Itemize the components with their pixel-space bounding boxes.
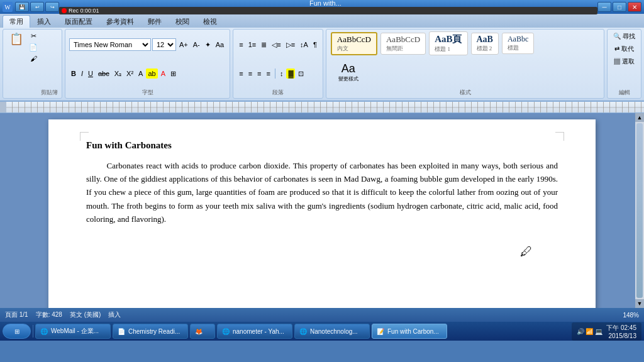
- horizontal-ruler: [0, 102, 644, 113]
- word-count: 字數: 428: [36, 310, 62, 319]
- editing-group: 🔍 尋找 ⇄ 取代 ▦ 選取 編輯: [607, 29, 641, 99]
- tab-home[interactable]: 常用: [3, 15, 30, 28]
- redo-quick-btn[interactable]: ↪: [45, 2, 59, 12]
- strikethrough-button[interactable]: abc: [96, 69, 111, 79]
- highlight-button[interactable]: ab: [146, 69, 157, 79]
- bold-button[interactable]: B: [69, 69, 78, 79]
- align-right-button[interactable]: ≡: [255, 69, 263, 79]
- taskbar-nano1-label: nanometer - Yah...: [233, 328, 284, 335]
- change-styles-button[interactable]: Aa 變更樣式: [333, 57, 364, 87]
- superscript-button[interactable]: X²: [125, 69, 135, 79]
- taskbar-chem-label: Chemistry Readi...: [128, 328, 180, 335]
- shading-button[interactable]: ▓: [286, 69, 295, 79]
- insert-mode: 插入: [108, 310, 121, 319]
- font-group: Times New Roman 12 A+ A- ✦ Aa B I U abc …: [65, 29, 230, 99]
- ie-icon: 🌐: [40, 327, 48, 336]
- rec-indicator: [62, 8, 67, 13]
- vertical-scrollbar[interactable]: ▲ ▼: [635, 113, 644, 308]
- tab-mailings[interactable]: 郵件: [141, 15, 169, 28]
- nano2-icon: 🌐: [299, 327, 308, 336]
- cut-button[interactable]: ✂: [27, 31, 40, 41]
- editing-label: 編輯: [611, 89, 637, 97]
- top-right-margin-mark: [555, 132, 564, 141]
- taskbar-ie[interactable]: 🌐 WebMail - 企業...: [35, 324, 111, 339]
- borders-button[interactable]: ⊡: [296, 69, 306, 79]
- replace-button[interactable]: ⇄ 取代: [613, 43, 636, 55]
- quick-access-toolbar: 💾 ↩ ↪: [15, 2, 59, 12]
- copy-button[interactable]: 📄: [27, 42, 40, 53]
- subscript-button[interactable]: X₂: [113, 69, 123, 79]
- taskbar-nano1[interactable]: 🌐 nanometer - Yah...: [217, 324, 292, 339]
- system-tray: 🔊 📶 💻 下午 02:45 2015/8/13: [572, 322, 641, 341]
- close-button[interactable]: ✕: [628, 2, 641, 12]
- ff-icon: 🦊: [194, 327, 203, 336]
- zoom-level: 148%: [623, 312, 639, 319]
- align-left-button[interactable]: ≡: [237, 69, 245, 79]
- border-button[interactable]: ⊞: [169, 69, 178, 79]
- numbering-button[interactable]: 1≡: [247, 40, 258, 50]
- taskbar-chem[interactable]: 📄 Chemistry Readi...: [113, 324, 188, 339]
- select-button[interactable]: ▦ 選取: [612, 56, 636, 67]
- bullets-button[interactable]: ≡: [237, 40, 245, 50]
- cursor: 🖊: [520, 242, 533, 261]
- increase-indent-button[interactable]: ▷≡: [284, 40, 297, 50]
- tray-icons: 🔊 📶 💻: [577, 328, 603, 335]
- undo-quick-btn[interactable]: ↩: [30, 2, 44, 12]
- start-button[interactable]: ⊞: [3, 324, 31, 339]
- multilevel-button[interactable]: ≣: [259, 40, 269, 50]
- font-size-select[interactable]: 12: [152, 38, 176, 51]
- underline-button[interactable]: U: [86, 69, 95, 79]
- title-bar-left: W 💾 ↩ ↪: [3, 2, 59, 12]
- chem-icon: 📄: [117, 327, 126, 336]
- text-effect-button[interactable]: A: [136, 69, 145, 79]
- tab-insert[interactable]: 插入: [30, 15, 58, 28]
- styles-label: 樣式: [330, 89, 600, 97]
- top-left-margin-mark: [80, 132, 89, 141]
- title-bar: W 💾 ↩ ↪ Fun with... Rec 0:00:01 ─ □ ✕: [0, 0, 644, 14]
- nano1-icon: 🌐: [221, 327, 230, 336]
- document-body[interactable]: Carbonates react with acids to produce c…: [86, 159, 558, 226]
- italic-button[interactable]: I: [79, 69, 85, 79]
- style-heading1[interactable]: AaB頁 標題 1: [429, 31, 467, 55]
- style-normal[interactable]: AaBbCcD 內文: [331, 32, 377, 55]
- taskbar-separator: [33, 325, 33, 337]
- tab-review[interactable]: 校閱: [169, 15, 196, 28]
- tab-view[interactable]: 檢視: [196, 15, 224, 28]
- clear-format-button[interactable]: ✦: [203, 40, 213, 50]
- clipboard-group: 📋 ✂ 📄 🖌 剪貼簿: [3, 29, 62, 99]
- center-button[interactable]: ≡: [247, 69, 254, 79]
- justify-button[interactable]: ≡: [265, 69, 272, 79]
- line-spacing-button[interactable]: ↕: [278, 69, 286, 79]
- style-heading[interactable]: AaBbc 標題: [502, 33, 534, 54]
- taskbar-nano2[interactable]: 🌐 Nanotechnolog...: [294, 324, 370, 339]
- separator: [275, 69, 275, 79]
- paste-button[interactable]: 📋: [7, 31, 26, 47]
- paragraph-label: 段落: [237, 89, 319, 97]
- save-quick-btn[interactable]: 💾: [15, 2, 29, 12]
- taskbar-nano2-label: Nanotechnolog...: [310, 328, 358, 335]
- sort-button[interactable]: ↕A: [298, 40, 310, 50]
- shrink-font-button[interactable]: A-: [191, 40, 202, 50]
- zoom-control[interactable]: 148%: [623, 312, 639, 319]
- minimize-button[interactable]: ─: [597, 2, 611, 12]
- font-family-select[interactable]: Times New Roman: [69, 38, 151, 51]
- style-no-spacing[interactable]: AaBbCcD 無間距: [380, 33, 426, 55]
- maximize-button[interactable]: □: [613, 2, 626, 12]
- change-case-button[interactable]: Aa: [214, 40, 226, 50]
- status-bar: 頁面 1/1 字數: 428 英文 (美國) 插入 148%: [0, 308, 644, 322]
- show-marks-button[interactable]: ¶: [311, 40, 319, 50]
- taskbar-ff[interactable]: 🦊: [190, 324, 215, 339]
- style-heading2[interactable]: AaB 標題 2: [471, 33, 499, 55]
- time-display: 下午 02:45: [606, 324, 636, 332]
- tab-references[interactable]: 參考資料: [99, 15, 141, 28]
- find-button[interactable]: 🔍 尋找: [611, 31, 637, 42]
- word-taskbar-icon: 📝: [376, 327, 385, 336]
- format-painter-button[interactable]: 🖌: [27, 53, 40, 63]
- grow-font-button[interactable]: A+: [177, 40, 190, 50]
- ribbon: 常用 插入 版面配置 參考資料 郵件 校閱 檢視 📋 ✂ 📄 🖌 剪貼簿 Tim…: [0, 14, 644, 102]
- font-color-button[interactable]: A: [159, 69, 167, 79]
- taskbar-word[interactable]: 📝 Fun with Carbon...: [372, 324, 447, 339]
- tab-layout[interactable]: 版面配置: [58, 15, 99, 28]
- paragraph-group: ≡ 1≡ ≣ ◁≡ ▷≡ ↕A ¶ ≡ ≡ ≡ ≡ ↕ ▓ ⊡ 段落: [233, 29, 323, 99]
- decrease-indent-button[interactable]: ◁≡: [270, 40, 282, 50]
